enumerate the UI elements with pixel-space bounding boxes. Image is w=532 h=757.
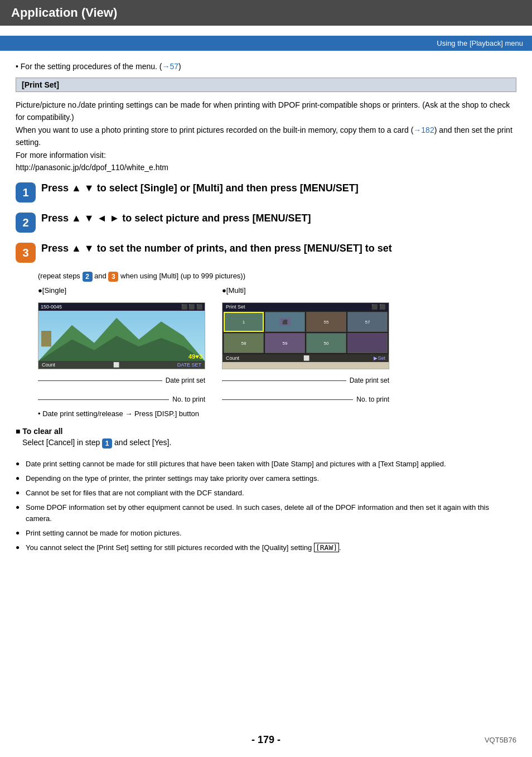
raw-tag: [RAW] [314, 543, 339, 552]
info-bullets: Date print setting cannot be made for st… [16, 459, 516, 554]
single-image-col: 150-0045 ⬛ ⬛ ⬛ [38, 302, 205, 369]
bullet-4: Some DPOF information set by other equip… [16, 502, 516, 524]
arrow-labels: Date print set No. to print Date print s… [38, 375, 516, 405]
multi-cam-image: Print Set ⬛ ⬛ 1 ⬛ 55 57 58 59 50 [222, 302, 389, 369]
single-arrow-labels: Date print set No. to print [38, 375, 205, 405]
step-1-number: 1 [16, 182, 36, 202]
mode-labels-row: ●[Single] ●[Multi] [38, 286, 516, 297]
bullet-6: You cannot select the [Print Set] settin… [16, 542, 516, 553]
date-setting-note: • Date print setting/release → Press [DI… [38, 409, 516, 418]
step-3-text: Press ▲ ▼ to set the number of prints, a… [41, 242, 392, 255]
cam-bottom-bar-single: Count ⬜ DATE SET [38, 361, 205, 369]
bullet-5: Print setting cannot be made for motion … [16, 528, 516, 539]
cam-photo-single: 49♥3 [38, 311, 205, 361]
svg-text:⬛: ⬛ [282, 319, 288, 325]
step-3-number: 3 [16, 243, 36, 263]
step-3: 3 Press ▲ ▼ to set the number of prints,… [16, 242, 516, 263]
single-label: ●[Single] [38, 286, 205, 295]
camera-images-row: 150-0045 ⬛ ⬛ ⬛ [38, 302, 516, 369]
bullet-2: Depending on the type of printer, the pr… [16, 473, 516, 484]
inline-step-2: 2 [83, 272, 93, 282]
page-title: Application (View) [0, 0, 532, 26]
svg-rect-3 [41, 331, 51, 346]
desc-link[interactable]: →182 [413, 126, 434, 134]
single-cam-image: 150-0045 ⬛ ⬛ ⬛ [38, 302, 205, 369]
cam-top-bar-single: 150-0045 ⬛ ⬛ ⬛ [38, 303, 205, 311]
step-2-number: 2 [16, 213, 36, 233]
repeat-note: (repeat steps 2 and 3 when using [Multi]… [38, 272, 516, 282]
description-block: Picture/picture no./date printing settin… [16, 99, 516, 173]
page-code: VQT5B76 [485, 736, 516, 744]
clear-all-title: To clear all [16, 427, 516, 436]
bullet-1: Date print setting cannot be made for st… [16, 459, 516, 470]
multi-label: ●[Multi] [222, 286, 389, 295]
clear-all-text: Select [Cancel] in step 1 and select [Ye… [22, 438, 516, 448]
page-number: - 179 - [252, 734, 280, 746]
inline-step-3: 3 [108, 272, 118, 282]
clear-all-section: To clear all Select [Cancel] in step 1 a… [16, 427, 516, 448]
step-2: 2 Press ▲ ▼ ◄ ► to select picture and pr… [16, 211, 516, 233]
multi-image-col: Print Set ⬛ ⬛ 1 ⬛ 55 57 58 59 50 [222, 302, 389, 369]
page-footer: - 179 - VQT5B76 [0, 734, 532, 746]
step-1: 1 Press ▲ ▼ to select [Single] or [Multi… [16, 181, 516, 202]
setting-link[interactable]: →57 [162, 62, 178, 71]
for-setting-line: • For the setting procedures of the menu… [16, 62, 516, 71]
inline-step-1-clearall: 1 [102, 438, 112, 449]
bullet-3: Cannot be set for files that are not com… [16, 488, 516, 499]
step-2-text: Press ▲ ▼ ◄ ► to select picture and pres… [41, 211, 311, 225]
multi-arrow-labels: Date print set No. to print [222, 375, 389, 405]
section-bar: Using the [Playback] menu [0, 36, 532, 51]
step-1-text: Press ▲ ▼ to select [Single] or [Multi] … [41, 181, 359, 195]
print-set-header: [Print Set] [16, 78, 516, 92]
